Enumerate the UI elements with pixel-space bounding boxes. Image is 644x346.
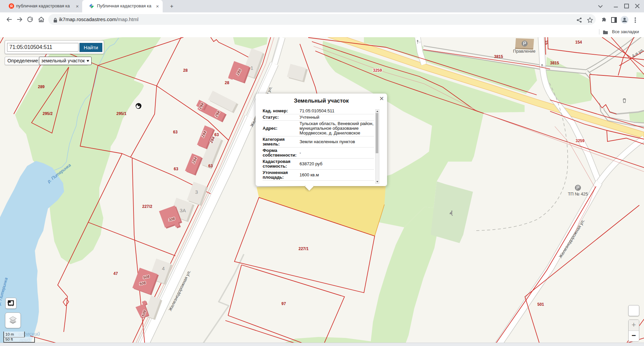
svg-text:ТП № 425: ТП № 425 [568, 191, 588, 196]
svg-text:28: 28 [183, 68, 188, 73]
svg-text:63: 63 [173, 130, 178, 134]
svg-text:295/1: 295/1 [116, 111, 126, 116]
svg-text:15: 15 [544, 40, 549, 45]
svg-text:1: 1 [251, 65, 253, 71]
svg-text:Правление: Правление [513, 49, 536, 54]
svg-text:227/1: 227/1 [299, 246, 309, 251]
svg-text:227/2: 227/2 [142, 204, 152, 209]
svg-text:63: 63 [174, 167, 178, 171]
svg-text:97: 97 [281, 301, 286, 306]
svg-text:501: 501 [537, 302, 544, 307]
svg-text:3259: 3259 [373, 68, 382, 73]
svg-text:63: 63 [208, 164, 213, 168]
svg-text:Я: Я [10, 4, 13, 8]
svg-text:63: 63 [214, 132, 219, 137]
svg-text:3: 3 [195, 189, 198, 195]
svg-text:154: 154 [575, 40, 582, 45]
svg-text:28: 28 [225, 80, 229, 85]
svg-text:4: 4 [162, 266, 165, 271]
svg-text:3815: 3815 [494, 54, 503, 59]
svg-text:3815: 3815 [550, 61, 559, 65]
svg-text:3259: 3259 [576, 138, 585, 143]
svg-text:47: 47 [113, 271, 118, 276]
svg-text:3А: 3А [180, 208, 186, 213]
svg-text:295/2: 295/2 [43, 111, 53, 116]
svg-text:289: 289 [38, 84, 45, 89]
